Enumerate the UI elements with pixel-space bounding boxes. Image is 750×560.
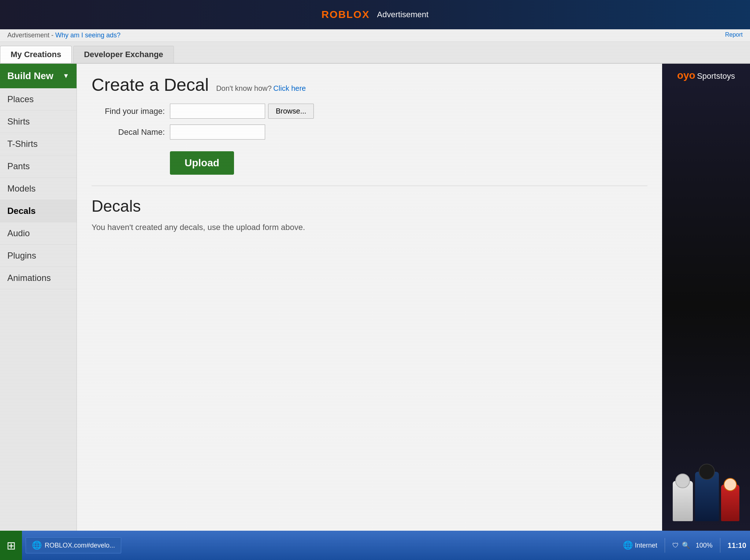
decals-title: Decals [92,197,647,215]
taskbar-internet: 🌐 Internet [623,541,657,550]
decals-section: Decals You haven't created any decals, u… [92,197,647,232]
build-new-label: Build New [7,70,53,82]
main-layout: Build New ▼ Places Shirts T-Shirts Pants… [0,64,750,547]
build-new-button[interactable]: Build New ▼ [0,64,77,88]
find-image-row: Find your image: Browse... [92,104,647,119]
ad-notice-bar: Advertisement - Why am I seeing ads? Rep… [0,29,750,42]
sidebar-item-pants[interactable]: Pants [0,155,77,178]
upload-button[interactable]: Upload [170,151,234,175]
figure-white [673,481,693,521]
taskbar-right: 🌐 Internet 🛡 🔍 100% 11:10 [623,538,750,553]
decal-name-label: Decal Name: [92,127,165,137]
sidebar-item-audio[interactable]: Audio [0,222,77,245]
ie-icon: 🌐 [32,541,42,550]
click-here-link[interactable]: Click here [273,84,306,93]
ad-logo: oyo Sportstoys [673,64,739,84]
figure-red [721,485,739,521]
taskbar-time: 11:10 [728,541,746,550]
decal-name-row: Decal Name: [92,125,647,140]
start-icon: ⊞ [7,539,16,552]
taskbar-icons: 🛡 🔍 [672,541,690,549]
create-decal-section: Create a Decal Don't know how? Click her… [92,75,647,175]
globe-icon: 🌐 [623,541,633,550]
image-file-input[interactable] [170,104,265,119]
taskbar-browser-button[interactable]: 🌐 ROBLOX.com#develo... [26,537,121,553]
taskbar-start[interactable]: ⊞ [0,531,22,560]
sidebar-item-shirts[interactable]: Shirts [0,111,77,133]
internet-label: Internet [635,542,657,549]
create-decal-title: Create a Decal [92,75,209,95]
sidebar-item-places[interactable]: Places [0,88,77,111]
taskbar-zoom: 100% [696,542,713,549]
sidebar-item-animations[interactable]: Animations [0,267,77,289]
why-ads-link[interactable]: Why am I seeing ads? [55,31,120,39]
report-link[interactable]: Report [725,31,743,38]
taskbar-sep1 [665,538,665,553]
browse-button[interactable]: Browse... [268,104,314,119]
sidebar: Build New ▼ Places Shirts T-Shirts Pants… [0,64,77,547]
decal-name-input[interactable] [170,125,265,140]
figure-blue [695,472,719,521]
section-divider [92,186,647,186]
tab-developer-exchange[interactable]: Developer Exchange [73,46,174,63]
sidebar-nav: Places Shirts T-Shirts Pants Models Deca… [0,88,77,289]
sidebar-item-decals[interactable]: Decals [0,200,77,222]
ad-banner-content: ROBLOX [322,9,370,21]
sidebar-item-models[interactable]: Models [0,178,77,200]
dont-know-text: Don't know how? [216,84,272,93]
empty-decals-message: You haven't created any decals, use the … [92,223,647,232]
ad-notice-text: Advertisement - [7,31,55,39]
sidebar-item-tshirts[interactable]: T-Shirts [0,133,77,155]
zoom-icon: 🔍 [682,541,690,549]
sidebar-item-plugins[interactable]: Plugins [0,245,77,267]
ad-figures: Online [662,84,750,547]
create-decal-title-row: Create a Decal Don't know how? Click her… [92,75,647,95]
taskbar-sep2 [720,538,720,553]
upload-btn-row: Upload [92,145,647,175]
ad-banner: ROBLOX Advertisement [0,0,750,29]
ad-brand-sportstoys: Sportstoys [697,71,735,81]
right-ad-panel: oyo Sportstoys Online [662,64,750,547]
build-new-arrow: ▼ [63,72,69,80]
taskbar: ⊞ 🌐 ROBLOX.com#develo... 🌐 Internet 🛡 🔍 … [0,531,750,560]
browser-url: ROBLOX.com#develo... [45,542,115,549]
nav-tabs: My Creations Developer Exchange [0,42,750,64]
content-area: Create a Decal Don't know how? Click her… [77,64,662,547]
shield-icon: 🛡 [672,542,679,549]
ad-banner-text: Advertisement [377,10,429,19]
tab-my-creations[interactable]: My Creations [0,46,72,63]
find-image-label: Find your image: [92,107,165,116]
ad-brand-oya: oyo [677,70,695,81]
